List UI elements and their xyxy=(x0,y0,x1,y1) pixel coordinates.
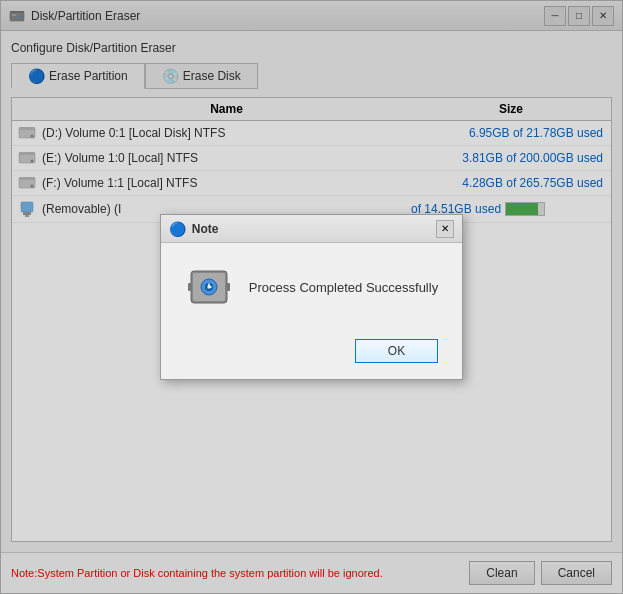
modal-icon: 🔵 xyxy=(169,221,186,237)
modal-body: Process Completed Successfully xyxy=(161,243,462,331)
modal-title-bar: 🔵 Note ✕ xyxy=(161,215,462,243)
modal-app-icon xyxy=(185,263,233,311)
modal-dialog: 🔵 Note ✕ xyxy=(160,214,463,380)
modal-message: Process Completed Successfully xyxy=(249,280,438,295)
svg-rect-23 xyxy=(188,283,191,291)
main-window: Disk/Partition Eraser ─ □ ✕ Configure Di… xyxy=(0,0,623,594)
modal-overlay: 🔵 Note ✕ xyxy=(1,1,622,593)
modal-title: Note xyxy=(192,222,436,236)
modal-ok-button[interactable]: OK xyxy=(355,339,438,363)
svg-rect-24 xyxy=(227,283,230,291)
modal-footer: OK xyxy=(161,331,462,379)
modal-close-button[interactable]: ✕ xyxy=(436,220,454,238)
